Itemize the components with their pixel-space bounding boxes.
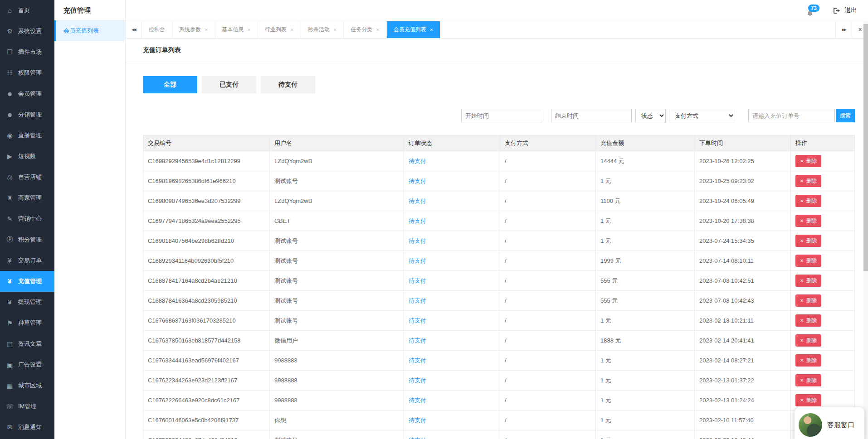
order-status-link[interactable]: 待支付 [409, 337, 426, 344]
delete-button[interactable]: ✕删除 [795, 175, 821, 187]
tabbar-spacer [440, 21, 835, 38]
sidebar-item-self-shop[interactable]: ⚖自营店铺 [0, 167, 54, 188]
order-status-link[interactable]: 待支付 [409, 417, 426, 424]
delete-button[interactable]: ✕删除 [795, 374, 821, 386]
cell-actions: ✕删除 [791, 351, 855, 371]
sidebar-item-members[interactable]: ☻会员管理 [0, 83, 54, 104]
tab-4[interactable]: 秒杀活动✕ [301, 21, 344, 38]
cell-username: LZdQYqm2wB [270, 151, 404, 171]
cell-amount: 1888 元 [596, 331, 695, 351]
pay-method-select[interactable]: 支付方式 [669, 109, 735, 122]
order-status-link[interactable]: 待支付 [409, 377, 426, 384]
tab-close-icon[interactable]: ✕ [333, 28, 337, 32]
sidebar-item-label: 提现管理 [18, 298, 42, 306]
delete-label: 删除 [806, 217, 817, 225]
sidebar-item-recharge[interactable]: ¥充值管理 [0, 271, 54, 292]
filter-tab-0[interactable]: 全部 [143, 76, 197, 93]
cell-actions: ✕删除 [791, 331, 855, 351]
delete-button[interactable]: ✕删除 [795, 354, 821, 367]
sidebar-item-merchant[interactable]: ♜商家管理 [0, 188, 54, 208]
tab-2[interactable]: 基本信息✕ [215, 21, 258, 38]
delete-button[interactable]: ✕删除 [795, 334, 821, 347]
sidebar-item-short-video[interactable]: ▶短视频 [0, 146, 54, 167]
sidebar-item-im[interactable]: ☏IM管理 [0, 396, 54, 417]
tab-6[interactable]: 会员充值列表✕ [387, 21, 441, 38]
order-number-input[interactable] [748, 109, 835, 122]
tab-close-icon[interactable]: ✕ [430, 28, 434, 32]
sidebar-item-city-area[interactable]: ▦城市区域 [0, 375, 54, 396]
search-button[interactable]: 搜索 [836, 109, 855, 122]
delete-button[interactable]: ✕删除 [795, 155, 821, 167]
delete-button[interactable]: ✕删除 [795, 235, 821, 247]
tab-close-icon[interactable]: ✕ [376, 28, 380, 32]
map-icon: ▦ [6, 382, 14, 389]
sidebar-item-system[interactable]: ⚙系统设置 [0, 21, 54, 42]
vertical-scrollbar [863, 21, 868, 439]
filter-tab-2[interactable]: 待支付 [261, 76, 315, 93]
sidebar-item-home[interactable]: ⌂首页 [0, 0, 54, 21]
tab-close-icon[interactable]: ✕ [290, 28, 294, 32]
delete-button[interactable]: ✕删除 [795, 195, 821, 207]
table-row: C168878417164a8cd2b4ae21210测试账号待支付/555 元… [143, 271, 855, 291]
order-status-link[interactable]: 待支付 [409, 317, 426, 324]
sidebar-item-notification[interactable]: ✉消息通知 [0, 417, 54, 438]
delete-button[interactable]: ✕删除 [795, 294, 821, 307]
sidebar-item-planting[interactable]: ⚑种草管理 [0, 313, 54, 333]
sidebar-item-ads[interactable]: ▣广告设置 [0, 354, 54, 375]
tab-close-icon[interactable]: ✕ [248, 28, 251, 32]
delete-button[interactable]: ✕删除 [795, 255, 821, 267]
tab-3[interactable]: 行业列表✕ [258, 21, 301, 38]
order-status-link[interactable]: 待支付 [409, 198, 426, 204]
tab-0[interactable]: 控制台 [142, 21, 172, 38]
order-status-link[interactable]: 待支付 [409, 277, 426, 284]
sidebar-item-label: 广告设置 [18, 361, 42, 369]
tab-5[interactable]: 任务分类✕ [344, 21, 387, 38]
delete-button[interactable]: ✕删除 [795, 215, 821, 227]
tab-1[interactable]: 系统参数✕ [172, 21, 215, 38]
logout-button[interactable]: 退出 [833, 6, 857, 14]
sidebar-item-live[interactable]: ◉直播管理 [0, 125, 54, 146]
submenu-title: 充值管理 [54, 0, 125, 20]
delete-label: 删除 [806, 357, 817, 364]
order-status-link[interactable]: 待支付 [409, 357, 426, 364]
sidebar-item-permissions[interactable]: ☷权限管理 [0, 63, 54, 83]
cell-amount: 1 元 [596, 171, 695, 191]
table-row: C169819698265386df61e966210测试账号待支付/1 元20… [143, 171, 855, 191]
delete-label: 删除 [806, 376, 817, 384]
cell-trade-id: C167668687163f0361703285210 [143, 311, 270, 331]
notification-bell-button[interactable]: 73 [804, 5, 819, 16]
submenu-item-member-recharge-list[interactable]: 会员充值列表 [54, 20, 125, 41]
sidebar-item-plugin-market[interactable]: ❐插件市场 [0, 42, 54, 63]
balance-scale-icon: ⚖ [6, 174, 14, 181]
order-status-link[interactable]: 待支付 [409, 158, 426, 164]
order-status-link[interactable]: 待支付 [409, 297, 426, 304]
tabs-scroll-left-button[interactable]: ◀◀ [126, 21, 142, 38]
start-time-input[interactable] [461, 109, 543, 122]
filter-tab-1[interactable]: 已支付 [202, 76, 256, 93]
customer-service-widget[interactable]: 客服窗口 [795, 407, 864, 439]
sidebar-item-withdraw[interactable]: ¥提现管理 [0, 292, 54, 313]
sidebar-item-marketing[interactable]: ✎营销中心 [0, 208, 54, 229]
order-status-link[interactable]: 待支付 [409, 437, 426, 439]
sidebar-item-points[interactable]: Ⓟ积分管理 [0, 229, 54, 250]
scrollbar-thumb[interactable] [863, 24, 868, 271]
delete-button[interactable]: ✕删除 [795, 275, 821, 287]
order-status-link[interactable]: 待支付 [409, 397, 426, 404]
tab-close-icon[interactable]: ✕ [205, 28, 208, 32]
end-time-input[interactable] [551, 109, 632, 122]
tabs-scroll-right-button[interactable]: ▶▶ [835, 21, 852, 38]
delete-button[interactable]: ✕删除 [795, 394, 821, 406]
table-row: C169779471865324a9eea2552295GBET待支付/1 元2… [143, 211, 855, 231]
delete-button[interactable]: ✕删除 [795, 314, 821, 327]
yuan-icon: ¥ [6, 257, 14, 264]
order-status-link[interactable]: 待支付 [409, 257, 426, 264]
sidebar-item-trade-orders[interactable]: ¥交易订单 [0, 250, 54, 271]
order-status-link[interactable]: 待支付 [409, 178, 426, 184]
status-select[interactable]: 状态 [635, 109, 666, 122]
order-status-link[interactable]: 待支付 [409, 217, 426, 224]
cell-username: 你想 [270, 410, 404, 430]
order-status-link[interactable]: 待支付 [409, 237, 426, 244]
sidebar-item-distribution[interactable]: ☻分销管理 [0, 104, 54, 125]
sidebar-item-news[interactable]: ▤资讯文章 [0, 333, 54, 354]
cell-amount: 14444 元 [596, 151, 695, 171]
